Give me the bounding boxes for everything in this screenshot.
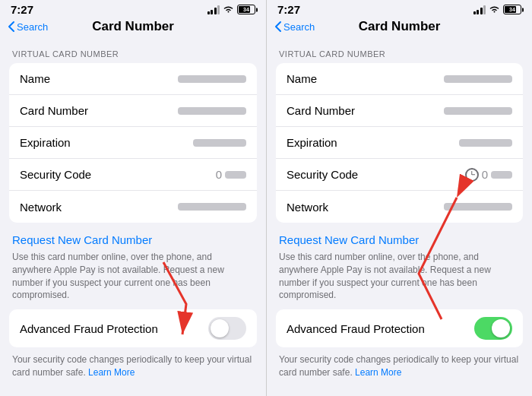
network-row-left: Network: [9, 191, 257, 223]
expiration-blur-left: [193, 139, 246, 147]
section-header-right: VIRTUAL CARD NUMBER: [267, 39, 532, 63]
toggle-label-right: Advanced Fraud Protection: [287, 322, 425, 335]
network-blur-left: [178, 203, 246, 211]
expiration-blur-right: [459, 139, 512, 147]
battery-icon-left: 34: [237, 5, 255, 14]
back-button-right[interactable]: Search: [274, 21, 315, 33]
security-code-blur-right: [491, 171, 512, 179]
request-link-right[interactable]: Request New Card Number: [279, 233, 520, 246]
card-number-label-right: Card Number: [287, 104, 355, 117]
expiration-label-right: Expiration: [287, 136, 337, 149]
name-label-right: Name: [287, 72, 317, 85]
expiration-row-right: Expiration: [276, 127, 523, 159]
signal-icon-left: [207, 5, 220, 14]
name-value-left: [178, 75, 246, 83]
right-panel: 7:27 34 Search Card Number V: [266, 0, 532, 396]
wifi-icon-left: [223, 5, 234, 14]
toggle-switch-right[interactable]: [474, 317, 512, 340]
status-icons-left: 34: [207, 5, 256, 14]
learn-more-left[interactable]: Learn More: [88, 367, 135, 378]
description-right: Use this card number online, over the ph…: [279, 251, 520, 302]
security-code-row-right: Security Code 0: [276, 159, 523, 191]
left-panel: 7:27 34 Search Card Number V: [0, 0, 266, 396]
back-button-left[interactable]: Search: [8, 21, 48, 33]
network-row-right: Network: [276, 191, 523, 223]
wifi-icon-right: [489, 5, 500, 14]
name-row-left: Name: [9, 63, 257, 95]
time-left: 7:27: [11, 3, 33, 16]
network-blur-right: [444, 203, 512, 211]
card-number-row-left: Card Number: [9, 95, 257, 127]
name-blur-left: [178, 75, 246, 83]
description-left: Use this card number online, over the ph…: [12, 251, 254, 302]
expiration-value-right: [459, 139, 512, 147]
content-right: VIRTUAL CARD NUMBER Name Card Number Exp…: [267, 39, 532, 396]
learn-more-right[interactable]: Learn More: [355, 367, 401, 378]
card-group-right: Name Card Number Expiration: [276, 63, 523, 223]
back-label-right: Search: [283, 21, 315, 33]
expiration-value-left: [193, 139, 246, 147]
section-header-left: VIRTUAL CARD NUMBER: [0, 39, 266, 63]
card-number-label-left: Card Number: [20, 104, 88, 117]
name-blur-right: [444, 75, 512, 83]
expiration-row-left: Expiration: [9, 127, 257, 159]
security-code-num-left: 0: [216, 168, 222, 181]
security-code-blur-left: [225, 171, 246, 179]
nav-bar-left: Search Card Number: [0, 17, 266, 39]
name-label-left: Name: [20, 72, 50, 85]
nav-title-right: Card Number: [359, 19, 441, 34]
nav-title-left: Card Number: [92, 19, 174, 34]
expiration-label-left: Expiration: [20, 136, 71, 149]
network-label-right: Network: [287, 201, 328, 214]
name-value-right: [444, 75, 512, 83]
card-number-blur-right: [444, 107, 512, 115]
security-code-num-right: 0: [482, 168, 488, 181]
content-left: VIRTUAL CARD NUMBER Name Card Number Exp…: [0, 39, 266, 396]
nav-bar-right: Search Card Number: [267, 17, 532, 39]
back-label-left: Search: [17, 21, 48, 33]
battery-icon-right: 34: [503, 5, 521, 14]
card-group-left: Name Card Number Expiration: [9, 63, 257, 223]
signal-icon-right: [473, 5, 486, 14]
name-row-right: Name: [276, 63, 523, 95]
network-value-right: [444, 203, 512, 211]
bottom-text-right: Your security code changes periodically …: [279, 353, 520, 379]
status-icons-right: 34: [473, 5, 522, 14]
security-code-row-left: Security Code 0: [9, 159, 257, 191]
card-number-row-right: Card Number: [276, 95, 523, 127]
toggle-label-left: Advanced Fraud Protection: [20, 322, 158, 335]
status-bar-left: 7:27 34: [0, 0, 266, 17]
security-code-label-right: Security Code: [287, 168, 358, 181]
time-right: 7:27: [277, 3, 300, 16]
bottom-text-left: Your security code changes periodically …: [12, 353, 254, 379]
card-number-value-left: [178, 107, 246, 115]
request-link-left[interactable]: Request New Card Number: [12, 233, 254, 246]
toggle-switch-left[interactable]: [208, 317, 246, 340]
card-number-blur-left: [178, 107, 246, 115]
security-code-value-left: 0: [216, 168, 246, 181]
security-code-label-left: Security Code: [20, 168, 91, 181]
card-number-value-right: [444, 107, 512, 115]
security-code-value-right: 0: [465, 168, 512, 182]
toggle-row-left: Advanced Fraud Protection: [9, 309, 257, 347]
network-label-left: Network: [20, 201, 62, 214]
status-bar-right: 7:27 34: [267, 0, 532, 17]
clock-icon-right: [465, 168, 479, 182]
toggle-row-right: Advanced Fraud Protection: [276, 309, 523, 347]
network-value-left: [178, 203, 246, 211]
